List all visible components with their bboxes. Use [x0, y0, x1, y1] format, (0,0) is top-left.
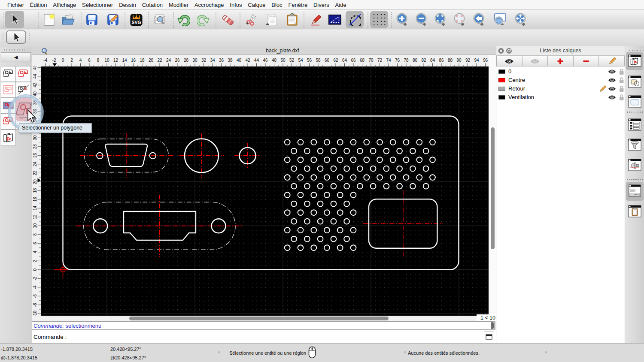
svg-text:24: 24: [33, 162, 37, 167]
svg-text:24: 24: [166, 58, 171, 63]
svg-text:74: 74: [386, 58, 391, 63]
svg-text:42: 42: [33, 82, 37, 87]
svg-text:0: 0: [62, 58, 64, 63]
svg-text:42: 42: [245, 58, 250, 63]
svg-text:44: 44: [254, 58, 259, 63]
svg-text:6: 6: [88, 58, 91, 63]
svg-text:62: 62: [333, 58, 338, 63]
svg-text:28: 28: [184, 58, 189, 63]
svg-text:78: 78: [404, 58, 409, 63]
svg-text:72: 72: [377, 58, 383, 63]
svg-text:88: 88: [448, 58, 453, 63]
svg-text:80: 80: [413, 58, 418, 63]
svg-text:12: 12: [33, 214, 37, 220]
svg-text:68: 68: [360, 58, 365, 63]
svg-text:-4: -4: [43, 58, 47, 63]
svg-text:C:command: C:command: [631, 194, 641, 196]
svg-text:50: 50: [280, 58, 286, 63]
svg-text:22: 22: [157, 58, 162, 63]
svg-text:82: 82: [421, 58, 426, 63]
svg-text:44: 44: [33, 74, 37, 79]
svg-text:30: 30: [33, 135, 37, 140]
svg-text:-2: -2: [52, 58, 56, 63]
svg-text:94: 94: [474, 58, 479, 63]
svg-text:8: 8: [97, 58, 100, 63]
svg-text:4: 4: [33, 251, 37, 253]
svg-text:14: 14: [122, 58, 127, 63]
svg-text:-4: -4: [33, 285, 37, 289]
svg-text:86: 86: [439, 58, 444, 63]
svg-text:16: 16: [131, 58, 136, 63]
svg-text:2: 2: [70, 58, 73, 63]
svg-text:0: 0: [33, 268, 37, 271]
svg-text:52: 52: [289, 58, 295, 63]
svg-text:96: 96: [483, 58, 488, 63]
svg-text:-2: -2: [33, 276, 37, 280]
svg-text:26: 26: [175, 58, 180, 63]
svg-text:54: 54: [298, 58, 303, 63]
svg-text:-8: -8: [33, 303, 37, 307]
svg-text:28: 28: [33, 144, 37, 149]
svg-text:48: 48: [272, 58, 277, 63]
svg-text:18: 18: [140, 58, 145, 63]
svg-text:58: 58: [316, 58, 321, 63]
svg-text:26: 26: [33, 153, 37, 158]
svg-text:2: 2: [33, 259, 37, 262]
svg-text:56: 56: [307, 58, 312, 63]
svg-text:-6: -6: [33, 294, 37, 298]
svg-text:12: 12: [113, 58, 118, 63]
svg-text:38: 38: [228, 58, 233, 63]
svg-text:22: 22: [33, 170, 37, 175]
svg-text:60: 60: [325, 58, 330, 63]
svg-text:4: 4: [79, 58, 82, 63]
svg-text:36: 36: [219, 58, 224, 63]
svg-text:46: 46: [33, 66, 37, 70]
svg-text:92: 92: [465, 58, 471, 63]
svg-text:20: 20: [33, 179, 37, 184]
svg-text:10: 10: [33, 223, 37, 228]
svg-text:20: 20: [149, 58, 154, 63]
svg-text:40: 40: [237, 58, 242, 63]
svg-text:46: 46: [263, 58, 268, 63]
svg-text:SVG: SVG: [131, 20, 141, 25]
svg-text:34: 34: [210, 58, 215, 63]
svg-text:84: 84: [430, 58, 435, 63]
svg-text:66: 66: [351, 58, 356, 63]
svg-text:16: 16: [33, 197, 37, 202]
svg-text:8: 8: [33, 233, 37, 236]
svg-text:10: 10: [104, 58, 109, 63]
svg-text:6: 6: [33, 242, 37, 244]
svg-text:-10: -10: [33, 311, 37, 316]
svg-text:30: 30: [192, 58, 197, 63]
svg-text:14: 14: [33, 205, 37, 211]
svg-text:64: 64: [342, 58, 347, 63]
svg-text:18: 18: [33, 188, 37, 193]
svg-text:90: 90: [456, 58, 462, 63]
svg-text:32: 32: [201, 58, 207, 63]
svg-text:76: 76: [395, 58, 400, 63]
svg-text:70: 70: [368, 58, 374, 63]
